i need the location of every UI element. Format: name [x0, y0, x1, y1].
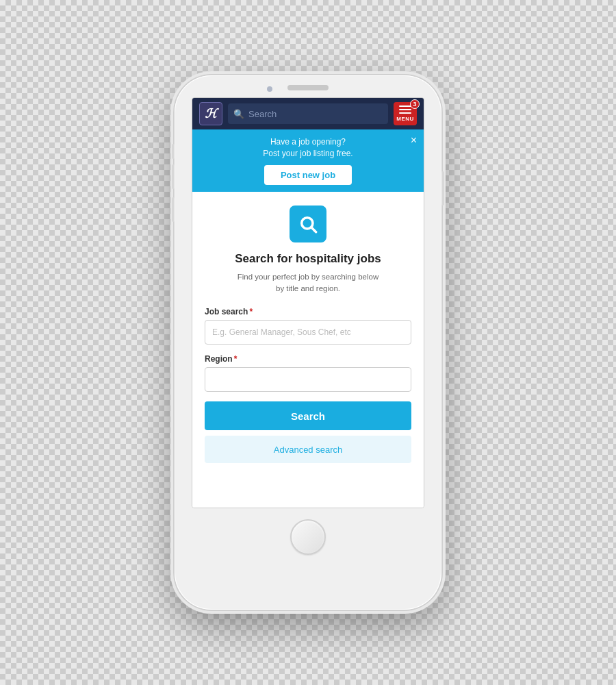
- banner-text: Have a job opening? Post your job listin…: [202, 136, 414, 160]
- app-main: Search for hospitality jobs Find your pe…: [192, 192, 424, 508]
- app-logo: ℋ: [199, 102, 222, 125]
- mute-button[interactable]: [172, 144, 175, 159]
- header-search-icon: 🔍: [233, 109, 244, 119]
- menu-button[interactable]: MENU 3: [394, 102, 417, 125]
- job-search-label: Job search*: [205, 307, 411, 316]
- advanced-search-button[interactable]: Advanced search: [205, 436, 411, 463]
- required-star-region: *: [234, 354, 238, 364]
- menu-line-1: [399, 105, 411, 107]
- post-new-job-button[interactable]: Post new job: [264, 165, 352, 185]
- job-search-input[interactable]: [205, 320, 411, 345]
- required-star-job: *: [249, 307, 253, 316]
- main-subtitle: Find your perfect job by searching below…: [205, 271, 411, 295]
- app-header: ℋ 🔍 Search MENU 3: [192, 98, 424, 129]
- menu-line-2: [399, 109, 411, 110]
- app-content: ℋ 🔍 Search MENU 3 × Have a job o: [192, 98, 424, 508]
- volume-down-button[interactable]: [172, 197, 175, 222]
- search-button[interactable]: Search: [205, 401, 411, 430]
- front-camera: [267, 86, 272, 92]
- search-svg: [298, 214, 318, 234]
- app-banner: × Have a job opening? Post your job list…: [192, 129, 424, 192]
- banner-close-button[interactable]: ×: [411, 135, 417, 146]
- region-group: Region*: [205, 354, 411, 392]
- svg-line-1: [311, 227, 316, 232]
- main-title: Search for hospitality jobs: [205, 252, 411, 266]
- search-hero-icon: [290, 206, 326, 242]
- region-label: Region*: [205, 354, 411, 364]
- phone-shell: ℋ 🔍 Search MENU 3 × Have a job o: [175, 75, 441, 610]
- phone-top: [175, 75, 441, 90]
- home-button[interactable]: [290, 519, 326, 555]
- menu-label: MENU: [396, 116, 414, 122]
- volume-up-button[interactable]: [172, 164, 175, 189]
- menu-line-3: [399, 112, 411, 114]
- power-button[interactable]: [441, 171, 444, 206]
- region-input[interactable]: [205, 367, 411, 392]
- phone-screen: ℋ 🔍 Search MENU 3 × Have a job o: [192, 97, 424, 508]
- menu-badge: 3: [410, 99, 420, 109]
- header-search-placeholder: Search: [248, 109, 277, 119]
- speaker: [287, 85, 329, 90]
- header-search-bar[interactable]: 🔍 Search: [228, 103, 388, 124]
- job-search-group: Job search*: [205, 307, 411, 345]
